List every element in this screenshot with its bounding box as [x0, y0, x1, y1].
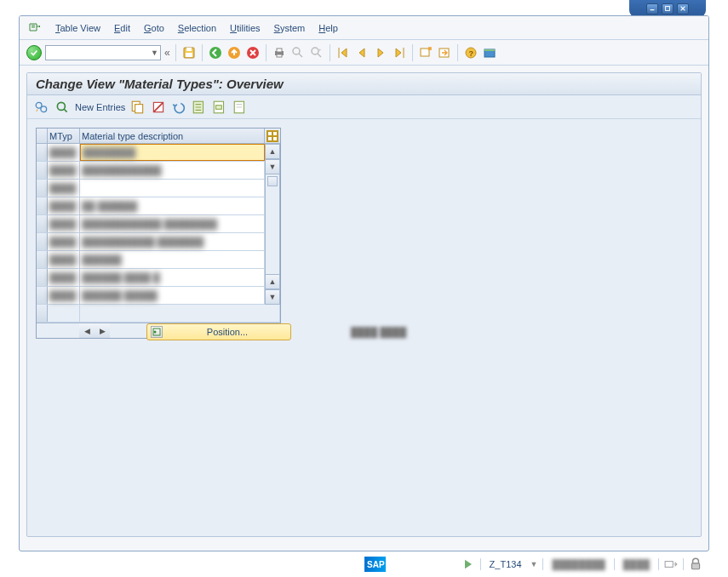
find-button[interactable] — [290, 45, 306, 60]
cell-description[interactable]: ████████████ ████████ — [80, 215, 265, 232]
scroll-thumb[interactable] — [267, 176, 278, 186]
table-row[interactable]: ██████████ █████ — [37, 287, 265, 305]
menu-utilities[interactable]: Utilities — [230, 23, 260, 33]
scroll-left-button[interactable]: ◀ — [79, 323, 95, 338]
command-collapse-icon[interactable]: « — [164, 47, 170, 59]
menu-goto[interactable]: Goto — [144, 23, 164, 33]
deselect-all-button[interactable] — [232, 100, 248, 115]
cell-mtyp[interactable]: ████ — [48, 144, 80, 161]
svg-text:?: ? — [468, 49, 473, 57]
cell-mtyp[interactable]: ████ — [48, 251, 80, 268]
scroll-down-step-button[interactable]: ▼ — [265, 159, 280, 174]
cell-description[interactable]: ████████ — [80, 144, 265, 161]
cell-description[interactable]: ██ ██████ — [80, 197, 265, 214]
row-selector[interactable] — [37, 197, 48, 214]
cell-mtyp[interactable]: ████ — [48, 269, 80, 286]
cell-description[interactable]: ████████████ — [80, 162, 265, 179]
save-button[interactable] — [181, 45, 197, 60]
shortcut-button[interactable] — [437, 45, 452, 60]
row-selector[interactable] — [37, 305, 48, 322]
close-button[interactable] — [677, 3, 689, 14]
cancel-button[interactable] — [245, 45, 261, 60]
row-selector[interactable] — [37, 233, 48, 250]
cell-description[interactable]: ██████ — [80, 251, 265, 268]
svg-point-42 — [154, 331, 157, 334]
prev-page-button[interactable] — [354, 45, 370, 60]
cell-mtyp[interactable]: ████ — [48, 162, 80, 179]
status-play-icon[interactable] — [461, 557, 475, 571]
back-button[interactable] — [208, 45, 223, 60]
copy-as-button[interactable] — [130, 100, 146, 115]
row-selector[interactable] — [37, 251, 48, 268]
cell-mtyp[interactable]: ████ — [48, 233, 80, 250]
select-all-button[interactable] — [192, 100, 207, 115]
undo-button[interactable] — [171, 100, 186, 115]
svg-text:+: + — [318, 47, 322, 52]
table-row[interactable]: ██████████ — [37, 251, 265, 269]
menu-help[interactable]: Help — [318, 23, 338, 33]
row-selector[interactable] — [37, 162, 48, 179]
minimize-button[interactable] — [646, 3, 658, 14]
next-page-button[interactable] — [373, 45, 388, 60]
last-page-button[interactable] — [392, 45, 407, 60]
layout-button[interactable] — [482, 45, 497, 60]
position-icon — [151, 326, 163, 338]
table-row[interactable]: ███████████████ ███████ — [37, 233, 265, 251]
status-transaction[interactable]: Z_T134 — [486, 559, 525, 569]
table-row[interactable]: ██████ ██████ — [37, 197, 265, 215]
help-button[interactable]: ? — [463, 45, 479, 60]
cell-mtyp[interactable]: ████ — [48, 197, 80, 214]
scroll-up-step-button[interactable]: ▲ — [265, 274, 280, 289]
status-input-icon[interactable] — [664, 557, 678, 571]
menubar: Table View Edit Goto Selection Utilities… — [20, 16, 708, 40]
new-session-button[interactable] — [418, 45, 433, 60]
menu-icon[interactable] — [28, 21, 42, 35]
command-field[interactable]: ▼ — [45, 45, 161, 60]
svg-point-7 — [209, 47, 221, 59]
cell-description[interactable]: ███████████ ███████ — [80, 233, 265, 250]
table-row[interactable]: ████████████████ ████████ — [37, 215, 265, 233]
row-selector[interactable] — [37, 287, 48, 304]
table-row[interactable]: ████████████ — [37, 144, 265, 162]
table-settings-button[interactable] — [265, 129, 280, 143]
cell-mtyp[interactable]: ████ — [48, 287, 80, 304]
row-selector[interactable] — [37, 144, 48, 161]
row-selector[interactable] — [37, 180, 48, 197]
menu-selection[interactable]: Selection — [178, 23, 216, 33]
column-header-mtyp[interactable]: MTyp — [48, 129, 80, 143]
row-selector[interactable] — [37, 215, 48, 232]
menu-table-view[interactable]: Table View — [55, 23, 100, 33]
cell-description[interactable]: ██████ ████ █ — [80, 269, 265, 286]
entry-count: ████ ████ — [351, 327, 406, 337]
status-session: ████████ — [548, 559, 608, 569]
cell-mtyp[interactable]: ████ — [48, 180, 80, 197]
table-row[interactable]: ████████████████ — [37, 162, 265, 180]
svg-line-27 — [64, 109, 66, 111]
table-row[interactable]: ████ — [37, 180, 265, 197]
column-header-desc[interactable]: Material type description — [80, 129, 265, 143]
first-page-button[interactable] — [335, 45, 351, 60]
delete-button[interactable] — [151, 100, 166, 115]
status-lock-icon[interactable] — [689, 557, 702, 571]
row-selector[interactable] — [37, 269, 48, 286]
position-button[interactable]: Position... — [146, 323, 291, 340]
toggle-change-button[interactable] — [34, 100, 49, 115]
cell-description[interactable]: ██████ █████ — [80, 287, 265, 304]
scroll-up-button[interactable]: ▲ — [265, 144, 280, 159]
menu-edit[interactable]: Edit — [114, 23, 130, 33]
cell-description[interactable] — [80, 180, 265, 197]
scroll-right-step-button[interactable]: ▶ — [95, 323, 110, 338]
table-row[interactable]: ██████████ ████ █ — [37, 269, 265, 287]
maximize-button[interactable] — [662, 3, 674, 14]
scroll-down-button[interactable]: ▼ — [265, 289, 280, 305]
print-button[interactable] — [272, 45, 287, 60]
new-entries-button[interactable]: New Entries — [75, 102, 125, 112]
find-next-button[interactable]: + — [309, 45, 324, 60]
exit-button[interactable] — [226, 45, 242, 60]
enter-button[interactable] — [26, 45, 42, 60]
menu-system[interactable]: System — [274, 23, 306, 33]
details-button[interactable] — [54, 100, 70, 115]
vertical-scrollbar[interactable]: ▲ ▼ ▲ ▼ — [265, 144, 280, 305]
cell-mtyp[interactable]: ████ — [48, 215, 80, 232]
select-block-button[interactable] — [212, 100, 227, 115]
